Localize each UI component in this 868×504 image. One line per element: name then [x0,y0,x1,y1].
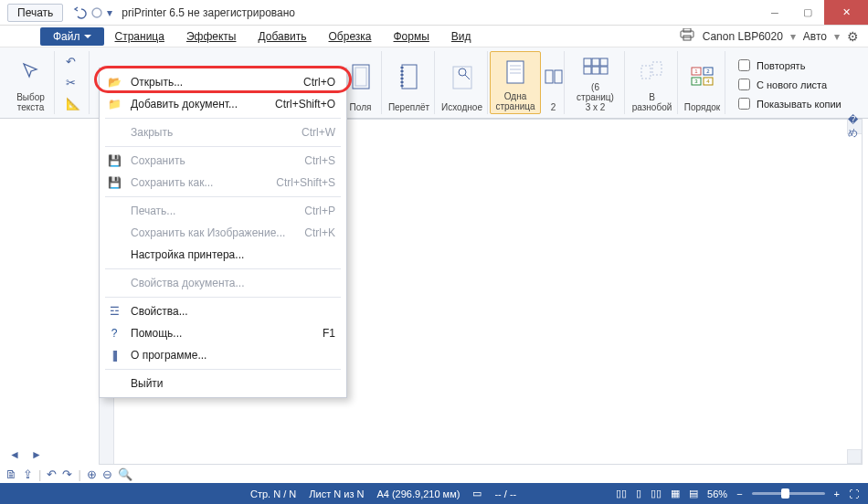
svg-rect-21 [592,67,599,74]
ribbon-two-pages[interactable]: 2 [543,51,565,114]
rotate-left-icon[interactable]: ↶ [66,55,80,68]
undo-icon[interactable] [72,5,87,20]
file-menu: 📂 Открыть...Ctrl+O 📁 Добавить документ..… [99,68,347,398]
refresh-icon[interactable] [90,6,103,19]
menu-add-document[interactable]: 📁 Добавить документ...Ctrl+Shift+O [100,93,346,115]
menu-crop[interactable]: Обрезка [318,27,383,46]
statusbar: Стр. N / N Лист N из N A4 (296.9,210 мм)… [0,483,868,504]
ribbon-source[interactable]: Исходное [437,51,488,114]
menu-about[interactable]: |||| О программе... [100,344,346,366]
status-paper: A4 (296.9,210 мм) [376,488,460,499]
svg-rect-5 [355,68,366,86]
redo-icon[interactable]: ↷ [62,467,72,481]
bottom-toolbar: 🗎 ⇪ | ↶ ↷ | ⊕ ⊖ 🔍 [5,465,863,483]
check-repeat[interactable]: Повторять [735,57,842,74]
printer-name[interactable]: Canon LBP6020 [703,30,783,43]
ribbon-order[interactable]: 1234 Порядок [680,51,725,114]
folder-open-icon: 📂 [107,75,122,89]
menu-file[interactable]: Файл [40,27,104,46]
next-thumb-icon[interactable]: ► [31,448,42,461]
quick-access-toolbar: ▾ [72,5,112,20]
menu-save[interactable]: 💾 СохранитьCtrl+S [100,150,346,172]
export-icon[interactable]: ⇪ [23,467,33,481]
svg-point-0 [92,8,101,17]
printer-icon[interactable] [679,28,695,44]
menu-exit[interactable]: Выйти [100,373,346,394]
save-as-icon: 💾 [107,175,122,190]
svg-rect-11 [507,61,524,83]
menu-save-image[interactable]: Сохранить как Изображение...Ctrl+K [100,222,346,244]
ribbon-checks: Повторять С нового листа Показывать копи… [727,51,849,114]
maximize-button[interactable]: ▢ [791,0,824,25]
prev-thumb-icon[interactable]: ◄ [9,448,20,461]
view-grid-icon[interactable]: ▦ [671,488,680,499]
svg-point-9 [459,68,466,76]
zoom-out-icon[interactable]: ⊖ [102,467,112,481]
menu-effects[interactable]: Эффекты [175,27,248,46]
menu-forms[interactable]: Формы [383,27,440,46]
menu-printer-setup[interactable]: Настройка принтера... [100,244,346,266]
menu-open[interactable]: 📂 Открыть...Ctrl+O [100,71,346,93]
check-showcopies[interactable]: Показывать копии [735,95,842,112]
menubar: Файл Страница Эффекты Добавить Обрезка Ф… [0,26,868,47]
menu-close[interactable]: ЗакрытьCtrl+W [100,121,346,143]
ribbon-grid[interactable]: (6 страниц) 3 x 2 [566,51,625,114]
canvas-corner-icon[interactable]: �め [847,120,862,134]
ribbon-small-tools[interactable]: ↶ ✂ 📐 [57,51,90,114]
fullscreen-icon[interactable]: ⛶ [849,488,859,499]
svg-rect-22 [600,67,608,74]
menu-properties[interactable]: ☲ Свойства... [100,300,346,322]
menu-page[interactable]: Страница [104,27,175,46]
view-tile-icon[interactable]: ▤ [689,488,698,499]
menu-print[interactable]: Печать...Ctrl+P [100,200,346,222]
zoom-in-icon[interactable]: ⊕ [87,467,97,481]
menu-add[interactable]: Добавить [247,27,317,46]
ribbon-select-text[interactable]: Выбор текста [7,51,55,114]
folder-add-icon: 📁 [107,97,122,111]
zoom-plus-icon[interactable]: + [834,488,840,499]
status-page: Стр. N / N [250,488,296,499]
menu-doc-properties[interactable]: Свойства документа... [100,272,346,294]
help-icon: ? [107,326,122,341]
menu-view[interactable]: Вид [440,27,482,46]
crop-icon[interactable]: ✂ [66,76,80,89]
zoom-minus-icon[interactable]: − [736,488,742,499]
ribbon-scatter[interactable]: В разнобой [627,51,678,114]
status-zoom: 56% [707,488,727,499]
svg-line-10 [465,75,470,79]
zoom-slider[interactable] [752,492,825,495]
ribbon-one-page[interactable]: Одна страница [490,51,541,114]
svg-rect-18 [592,58,599,66]
measure-icon[interactable]: 📐 [66,97,80,110]
new-doc-icon[interactable]: 🗎 [5,467,17,481]
scroll-corner [847,449,862,464]
gear-icon[interactable]: ⚙ [847,29,859,44]
check-newsheet[interactable]: С нового листа [735,76,842,93]
print-button[interactable]: Печать [7,4,63,22]
ribbon-binding[interactable]: Переплёт [384,51,435,114]
status-sheet: Лист N из N [309,488,364,499]
menu-help[interactable]: ? Помощь...F1 [100,322,346,344]
menu-save-as[interactable]: 💾 Сохранить как...Ctrl+Shift+S [100,172,346,194]
svg-rect-15 [545,70,553,83]
printer-auto[interactable]: Авто [803,30,827,43]
view-single-icon[interactable]: ▯ [636,488,641,499]
undo-icon[interactable]: ↶ [47,467,57,481]
view-two-icon[interactable]: ▯▯ [651,488,662,499]
minimize-button[interactable]: ─ [758,0,791,25]
orientation-icon[interactable]: ▭ [472,488,482,499]
svg-rect-8 [453,67,471,89]
sidebar: ◄ ► [5,119,95,465]
list-icon: ☲ [107,304,122,319]
svg-rect-17 [584,58,591,66]
svg-rect-16 [555,70,562,83]
zoom-fit-icon[interactable]: 🔍 [118,467,132,481]
svg-rect-19 [600,58,608,66]
titlebar: Печать ▾ priPrinter 6.5 не зарегистриров… [0,0,868,26]
save-icon: 💾 [107,153,122,168]
close-button[interactable]: ✕ [824,0,868,25]
view-book-icon[interactable]: ▯▯ [616,488,627,499]
svg-rect-6 [402,65,417,89]
qat-dropdown-icon[interactable]: ▾ [107,6,112,19]
app-title: priPrinter 6.5 не зарегистрировано [122,6,295,19]
